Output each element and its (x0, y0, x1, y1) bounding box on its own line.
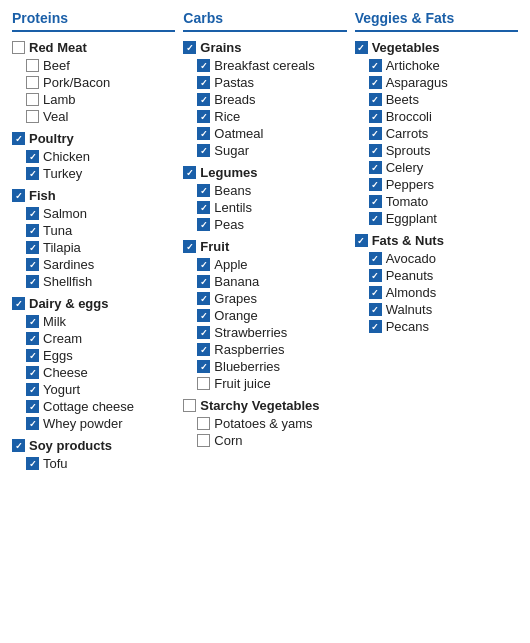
item-checkbox-1-0-3[interactable] (197, 110, 210, 123)
item-checkbox-2-0-2[interactable] (369, 93, 382, 106)
item-checkbox-0-0-3[interactable] (26, 110, 39, 123)
item-checkbox-1-0-5[interactable] (197, 144, 210, 157)
item-checkbox-0-0-2[interactable] (26, 93, 39, 106)
group-label-text-0-2: Fish (29, 188, 56, 203)
group-checkbox-0-1[interactable] (12, 132, 25, 145)
item-checkbox-2-0-3[interactable] (369, 110, 382, 123)
item-checkbox-0-3-1[interactable] (26, 332, 39, 345)
item-checkbox-1-2-6[interactable] (197, 360, 210, 373)
item-label-1-2-3: Orange (214, 308, 257, 323)
item-checkbox-2-1-4[interactable] (369, 320, 382, 333)
item-checkbox-0-3-4[interactable] (26, 383, 39, 396)
group-label-text-1-3: Starchy Vegetables (200, 398, 319, 413)
item-checkbox-1-2-5[interactable] (197, 343, 210, 356)
group-checkbox-0-4[interactable] (12, 439, 25, 452)
item-label-2-0-3: Broccoli (386, 109, 432, 124)
item-checkbox-0-3-6[interactable] (26, 417, 39, 430)
item-checkbox-1-1-0[interactable] (197, 184, 210, 197)
item-checkbox-0-3-0[interactable] (26, 315, 39, 328)
item-label-0-3-3: Cheese (43, 365, 88, 380)
item-label-0-3-4: Yogurt (43, 382, 80, 397)
item-checkbox-1-2-4[interactable] (197, 326, 210, 339)
item-checkbox-1-2-0[interactable] (197, 258, 210, 271)
item-label-2-1-1: Peanuts (386, 268, 434, 283)
item-1-2-2: Grapes (183, 290, 346, 307)
group-checkbox-0-0[interactable] (12, 41, 25, 54)
item-checkbox-2-0-1[interactable] (369, 76, 382, 89)
item-checkbox-1-3-0[interactable] (197, 417, 210, 430)
item-checkbox-1-2-2[interactable] (197, 292, 210, 305)
group-checkbox-0-2[interactable] (12, 189, 25, 202)
item-2-0-9: Eggplant (355, 210, 518, 227)
item-checkbox-0-2-1[interactable] (26, 224, 39, 237)
item-label-0-2-3: Sardines (43, 257, 94, 272)
item-checkbox-0-0-0[interactable] (26, 59, 39, 72)
item-checkbox-0-1-0[interactable] (26, 150, 39, 163)
group-label-0-0: Red Meat (12, 40, 175, 55)
item-checkbox-1-1-2[interactable] (197, 218, 210, 231)
item-checkbox-1-0-0[interactable] (197, 59, 210, 72)
item-checkbox-2-0-6[interactable] (369, 161, 382, 174)
item-label-0-0-1: Pork/Bacon (43, 75, 110, 90)
item-1-0-4: Oatmeal (183, 125, 346, 142)
item-checkbox-1-2-1[interactable] (197, 275, 210, 288)
item-checkbox-2-1-1[interactable] (369, 269, 382, 282)
item-0-3-2: Eggs (12, 347, 175, 364)
group-label-1-2: Fruit (183, 239, 346, 254)
item-0-0-0: Beef (12, 57, 175, 74)
item-0-3-5: Cottage cheese (12, 398, 175, 415)
item-checkbox-2-0-0[interactable] (369, 59, 382, 72)
item-2-1-3: Walnuts (355, 301, 518, 318)
item-checkbox-0-2-4[interactable] (26, 275, 39, 288)
group-label-1-0: Grains (183, 40, 346, 55)
item-checkbox-1-3-1[interactable] (197, 434, 210, 447)
group-label-text-2-0: Vegetables (372, 40, 440, 55)
item-checkbox-0-1-1[interactable] (26, 167, 39, 180)
item-label-2-0-1: Asparagus (386, 75, 448, 90)
item-checkbox-2-1-3[interactable] (369, 303, 382, 316)
item-checkbox-0-4-0[interactable] (26, 457, 39, 470)
item-checkbox-1-0-2[interactable] (197, 93, 210, 106)
group-checkbox-1-2[interactable] (183, 240, 196, 253)
item-checkbox-0-2-0[interactable] (26, 207, 39, 220)
item-checkbox-0-0-1[interactable] (26, 76, 39, 89)
item-checkbox-2-0-5[interactable] (369, 144, 382, 157)
group-checkbox-2-0[interactable] (355, 41, 368, 54)
item-checkbox-1-0-1[interactable] (197, 76, 210, 89)
item-checkbox-2-0-4[interactable] (369, 127, 382, 140)
item-0-0-2: Lamb (12, 91, 175, 108)
item-checkbox-1-2-7[interactable] (197, 377, 210, 390)
group-checkbox-0-3[interactable] (12, 297, 25, 310)
item-1-0-5: Sugar (183, 142, 346, 159)
group-label-text-0-3: Dairy & eggs (29, 296, 108, 311)
group-checkbox-1-1[interactable] (183, 166, 196, 179)
item-label-2-1-3: Walnuts (386, 302, 432, 317)
item-checkbox-0-2-2[interactable] (26, 241, 39, 254)
item-checkbox-2-0-8[interactable] (369, 195, 382, 208)
item-checkbox-1-1-1[interactable] (197, 201, 210, 214)
item-label-1-2-6: Blueberries (214, 359, 280, 374)
group-checkbox-2-1[interactable] (355, 234, 368, 247)
item-checkbox-2-1-2[interactable] (369, 286, 382, 299)
group-checkbox-1-3[interactable] (183, 399, 196, 412)
group-label-text-0-1: Poultry (29, 131, 74, 146)
item-checkbox-0-2-3[interactable] (26, 258, 39, 271)
item-checkbox-0-3-2[interactable] (26, 349, 39, 362)
item-label-0-3-2: Eggs (43, 348, 73, 363)
item-checkbox-1-0-4[interactable] (197, 127, 210, 140)
main-columns: ProteinsRed MeatBeefPork/BaconLambVealPo… (8, 10, 522, 472)
item-0-2-0: Salmon (12, 205, 175, 222)
item-checkbox-1-2-3[interactable] (197, 309, 210, 322)
item-1-1-1: Lentils (183, 199, 346, 216)
item-1-0-1: Pastas (183, 74, 346, 91)
item-label-1-0-5: Sugar (214, 143, 249, 158)
item-checkbox-0-3-5[interactable] (26, 400, 39, 413)
group-checkbox-1-0[interactable] (183, 41, 196, 54)
item-checkbox-0-3-3[interactable] (26, 366, 39, 379)
item-checkbox-2-0-9[interactable] (369, 212, 382, 225)
item-checkbox-2-1-0[interactable] (369, 252, 382, 265)
item-label-1-0-3: Rice (214, 109, 240, 124)
item-checkbox-2-0-7[interactable] (369, 178, 382, 191)
item-label-0-2-0: Salmon (43, 206, 87, 221)
column-header-1: Carbs (183, 10, 346, 32)
